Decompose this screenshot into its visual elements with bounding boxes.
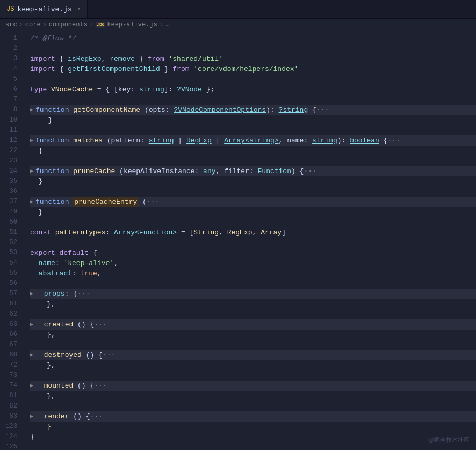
ln-2: 2 xyxy=(0,44,17,54)
code-line-37: ▶ function pruneCacheEntry ( ··· xyxy=(30,197,476,207)
ln-63: 63 xyxy=(0,319,17,330)
js-icon: JS xyxy=(6,5,14,13)
code-line-12: ▶ function matches ( pattern : string | … xyxy=(30,135,476,146)
code-line-54: name : 'keep-alive' , xyxy=(30,258,476,268)
tab-close-button[interactable]: × xyxy=(77,6,81,12)
ln-12: 12 xyxy=(0,135,17,146)
ln-8: 8 xyxy=(0,105,17,115)
ln-83: 83 xyxy=(0,411,17,422)
tab-keep-alive[interactable]: JS keep-alive.js × xyxy=(0,0,88,18)
ln-82: 82 xyxy=(0,401,17,411)
breadcrumb-js-icon: JS xyxy=(96,22,105,28)
line-numbers: 1 2 3 4 5 6 7 8 10 11 12 22 23 24 35 36 … xyxy=(0,31,23,449)
ln-73: 73 xyxy=(0,370,17,381)
ln-5: 5 xyxy=(0,74,17,84)
code-line-52 xyxy=(30,238,476,248)
fold-arrow-24[interactable]: ▶ xyxy=(30,166,33,176)
breadcrumb-sep-2: › xyxy=(43,21,47,28)
code-line-123: } xyxy=(30,422,476,432)
code-line-4: import { getFirstComponentChild } from '… xyxy=(30,64,476,74)
ln-3: 3 xyxy=(0,54,17,64)
code-line-49: } xyxy=(30,207,476,217)
ln-56: 56 xyxy=(0,278,17,289)
editor-content: 1 2 3 4 5 6 7 8 10 11 12 22 23 24 35 36 … xyxy=(0,31,476,449)
code-line-5 xyxy=(30,74,476,84)
code-line-51: const patternTypes : Array<Function> = [… xyxy=(30,227,476,238)
ln-6: 6 xyxy=(0,84,17,95)
ln-35: 35 xyxy=(0,176,17,187)
code-line-61: }, xyxy=(30,299,476,309)
ln-61: 61 xyxy=(0,299,17,309)
code-line-6: type VNodeCache = { [ key : string ] : ?… xyxy=(30,84,476,95)
code-line-8: ▶ function getComponentName ( opts : ?VN… xyxy=(30,105,476,115)
ln-57: 57 xyxy=(0,289,17,299)
code-line-1: /* @flow */ xyxy=(30,33,476,44)
ln-52: 52 xyxy=(0,238,17,248)
code-line-83: ▶ render () { ··· xyxy=(30,411,476,422)
code-line-66: }, xyxy=(30,330,476,340)
code-line-67 xyxy=(30,340,476,350)
code-line-82 xyxy=(30,401,476,411)
ln-53: 53 xyxy=(0,248,17,258)
code-line-74: ▶ mounted () { ··· xyxy=(30,381,476,391)
breadcrumb-ellipsis: … xyxy=(165,21,169,28)
breadcrumb-sep-1: › xyxy=(19,21,23,28)
breadcrumb: src › core › components › JS keep-alive.… xyxy=(0,19,476,31)
ln-36: 36 xyxy=(0,187,17,197)
ln-10: 10 xyxy=(0,115,17,125)
code-line-2 xyxy=(30,44,476,54)
ln-51: 51 xyxy=(0,227,17,238)
ln-49: 49 xyxy=(0,207,17,217)
watermark: @掘金技术社区 xyxy=(428,435,470,445)
breadcrumb-components: components xyxy=(49,21,88,28)
code-line-53: export default { xyxy=(30,248,476,258)
ln-1: 1 xyxy=(0,33,17,44)
tab-bar: JS keep-alive.js × xyxy=(0,0,476,19)
ln-50: 50 xyxy=(0,217,17,227)
fold-arrow-74[interactable]: ▶ xyxy=(30,381,33,391)
ln-7: 7 xyxy=(0,95,17,105)
code-line-125 xyxy=(30,442,476,449)
ln-4: 4 xyxy=(0,64,17,74)
code-line-63: ▶ created () { ··· xyxy=(30,319,476,330)
code-line-7 xyxy=(30,95,476,105)
ln-62: 62 xyxy=(0,309,17,319)
ln-68: 68 xyxy=(0,350,17,360)
fold-arrow-68[interactable]: ▶ xyxy=(30,350,33,360)
code-line-22: } xyxy=(30,146,476,156)
ln-67: 67 xyxy=(0,340,17,350)
fold-arrow-8[interactable]: ▶ xyxy=(30,105,33,115)
ln-123: 123 xyxy=(0,422,17,432)
tab-label: keep-alive.js xyxy=(17,5,71,13)
fold-arrow-12[interactable]: ▶ xyxy=(30,135,33,146)
code-line-72: }, xyxy=(30,360,476,370)
code-line-57: ▶ props : { ··· xyxy=(30,289,476,299)
code-line-56 xyxy=(30,278,476,289)
ln-81: 81 xyxy=(0,391,17,401)
code-line-50 xyxy=(30,217,476,227)
code-line-35: } xyxy=(30,176,476,187)
code-line-68: ▶ destroyed () { ··· xyxy=(30,350,476,360)
code-import-1: import xyxy=(30,54,55,64)
breadcrumb-src: src xyxy=(5,21,17,28)
ln-55: 55 xyxy=(0,268,17,278)
code-line-11 xyxy=(30,125,476,135)
ln-66: 66 xyxy=(0,330,17,340)
code-area: /* @flow */ import { isRegExp , remove }… xyxy=(23,31,476,449)
fold-arrow-37[interactable]: ▶ xyxy=(30,197,33,207)
code-line-62 xyxy=(30,309,476,319)
code-line-3: import { isRegExp , remove } from 'share… xyxy=(30,54,476,64)
fold-arrow-57[interactable]: ▶ xyxy=(30,289,33,299)
code-line-81: }, xyxy=(30,391,476,401)
code-line-23 xyxy=(30,156,476,166)
breadcrumb-sep-4: › xyxy=(160,21,163,28)
ln-22: 22 xyxy=(0,146,17,156)
ln-72: 72 xyxy=(0,360,17,370)
ln-124: 124 xyxy=(0,432,17,442)
ln-54: 54 xyxy=(0,258,17,268)
ln-125: 125 xyxy=(0,442,17,449)
fold-arrow-83[interactable]: ▶ xyxy=(30,411,33,422)
fold-arrow-63[interactable]: ▶ xyxy=(30,319,33,330)
code-line-124: } xyxy=(30,432,476,442)
code-line-10: } xyxy=(30,115,476,125)
